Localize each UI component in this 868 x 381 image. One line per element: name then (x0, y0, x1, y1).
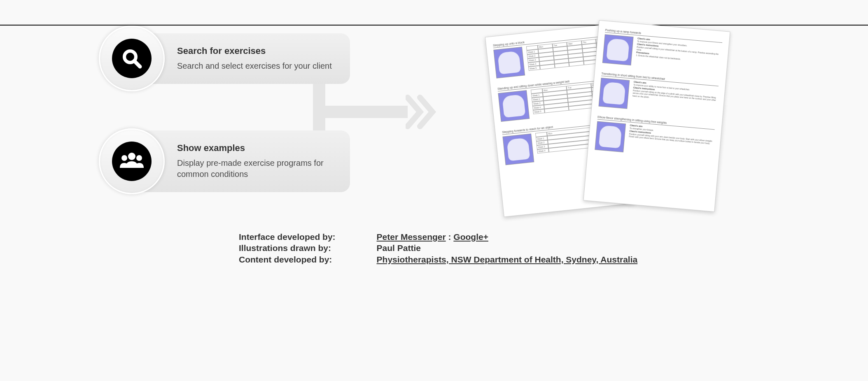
card-desc: Search and select exercises for your cli… (177, 60, 334, 72)
arrow-chevrons-icon (406, 93, 443, 130)
credit-label: Interface developed by: (239, 231, 336, 242)
svg-point-4 (136, 155, 142, 161)
svg-point-2 (128, 153, 135, 160)
main-content: Search for exercises Search and select e… (0, 26, 868, 194)
exercise-sheet-instructions: Pushing up a ramp forwardsClient's aimTo… (583, 20, 730, 212)
card-title: Search for exercises (177, 46, 334, 56)
illustrator-name: Paul Pattie (377, 243, 421, 253)
google-plus-link[interactable]: Google+ (453, 232, 488, 242)
card-desc: Display pre-made exercise programs for c… (177, 158, 334, 180)
flow-connector (321, 79, 420, 137)
search-action-button[interactable] (99, 26, 165, 91)
card-title: Show examples (177, 143, 334, 153)
content-developer-link[interactable]: Physiotherapists, NSW Department of Heal… (377, 255, 638, 264)
credits-labels: Interface developed by: Illustrations dr… (239, 231, 336, 265)
action-row-search: Search for exercises Search and select e… (99, 26, 868, 91)
search-icon (112, 39, 152, 78)
credit-label: Content developed by: (239, 254, 336, 265)
people-group-icon (112, 142, 152, 181)
action-row-examples: Show examples Display pre-made exercise … (99, 128, 868, 194)
svg-point-3 (121, 155, 127, 161)
interface-developer-link[interactable]: Peter Messenger (377, 232, 446, 242)
credit-label: Illustrations drawn by: (239, 242, 336, 253)
document-preview: Stepping up onto a blockMonTueWedThuFriW… (486, 21, 741, 239)
svg-line-1 (134, 61, 140, 67)
examples-action-button[interactable] (99, 128, 165, 194)
credit-sep: : (446, 232, 454, 242)
